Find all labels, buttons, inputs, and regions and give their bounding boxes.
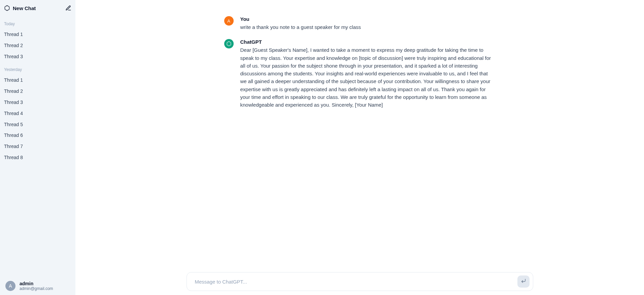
- thread-item[interactable]: Thread 6: [4, 130, 71, 141]
- thread-group-label: Today: [4, 20, 71, 29]
- thread-item[interactable]: Thread 2: [4, 40, 71, 51]
- thread-group: YesterdayThread 1Thread 2Thread 3Thread …: [4, 66, 71, 163]
- thread-item[interactable]: Thread 7: [4, 141, 71, 152]
- thread-item[interactable]: Thread 5: [4, 119, 71, 130]
- openai-logo-icon: [4, 5, 10, 11]
- sender-label: ChatGPT: [240, 39, 496, 45]
- thread-group-label: Yesterday: [4, 66, 71, 75]
- send-button[interactable]: [517, 275, 530, 288]
- main-area: A You write a thank you note to a guest …: [75, 0, 644, 295]
- user-message-avatar: A: [224, 16, 234, 26]
- sidebar-header: New Chat: [0, 0, 75, 16]
- user-info: admin admin@gmail.com: [20, 281, 53, 291]
- thread-item[interactable]: Thread 2: [4, 86, 71, 97]
- message-input[interactable]: [195, 279, 517, 285]
- message-body: ChatGPT Dear [Guest Speaker's Name], I w…: [240, 39, 496, 109]
- thread-item[interactable]: Thread 3: [4, 51, 71, 62]
- user-email: admin@gmail.com: [20, 286, 53, 291]
- avatar: [224, 39, 234, 48]
- user-menu[interactable]: A admin admin@gmail.com: [0, 277, 75, 295]
- new-chat-button[interactable]: New Chat: [4, 5, 36, 11]
- thread-item[interactable]: Thread 1: [4, 75, 71, 86]
- new-chat-label: New Chat: [13, 5, 36, 11]
- thread-item[interactable]: Thread 3: [4, 97, 71, 108]
- assistant-message: ChatGPT Dear [Guest Speaker's Name], I w…: [220, 39, 500, 109]
- user-name: admin: [20, 281, 53, 286]
- thread-item[interactable]: Thread 1: [4, 29, 71, 40]
- thread-list: TodayThread 1Thread 2Thread 3YesterdayTh…: [0, 16, 75, 277]
- thread-item[interactable]: Thread 4: [4, 108, 71, 119]
- user-avatar: A: [5, 281, 15, 291]
- message-text: write a thank you note to a guest speake…: [240, 23, 496, 31]
- thread-item[interactable]: Thread 8: [4, 152, 71, 163]
- composer-area: [75, 272, 644, 291]
- message-text: Dear [Guest Speaker's Name], I wanted to…: [240, 46, 496, 109]
- enter-icon: [521, 278, 526, 285]
- message-body: You write a thank you note to a guest sp…: [240, 16, 496, 31]
- avatar: A: [224, 16, 234, 26]
- sender-label: You: [240, 16, 496, 22]
- compose-icon[interactable]: [65, 5, 71, 11]
- sidebar: New Chat TodayThread 1Thread 2Thread 3Ye…: [0, 0, 75, 295]
- conversation: A You write a thank you note to a guest …: [75, 0, 644, 295]
- user-message: A You write a thank you note to a guest …: [220, 16, 500, 31]
- thread-group: TodayThread 1Thread 2Thread 3: [4, 20, 71, 62]
- assistant-message-avatar: [224, 39, 234, 48]
- composer: [187, 272, 533, 291]
